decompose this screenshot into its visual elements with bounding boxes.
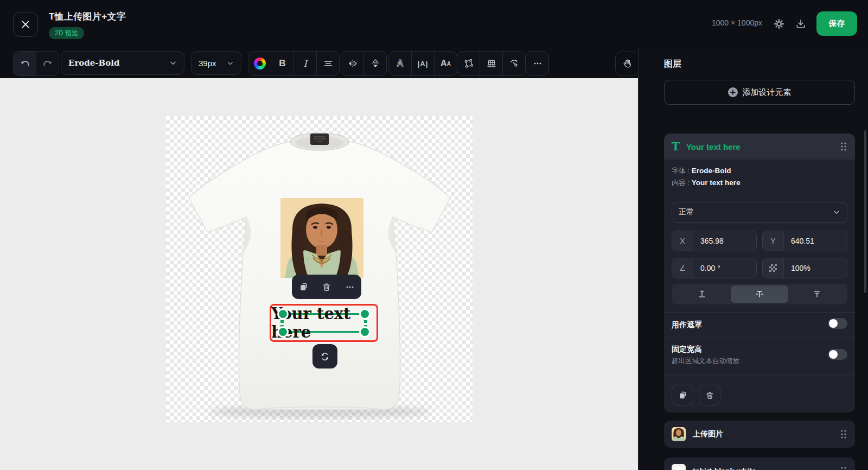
rotation-opacity-row: ∠ 0.00 ° 100% — [672, 258, 847, 278]
y-value: 640.51 — [784, 237, 814, 245]
mesh-grid-button[interactable] — [480, 52, 502, 75]
add-element-button[interactable]: 添加设计元素 — [664, 80, 855, 105]
italic-icon: I — [303, 58, 307, 69]
opacity-field[interactable]: 100% — [762, 258, 847, 278]
opacity-value: 100% — [784, 264, 810, 272]
trash-icon — [705, 390, 715, 401]
font-size-dropdown[interactable]: 39px — [191, 51, 241, 75]
content-meta-row: 内容 : Your text here — [672, 178, 847, 188]
text-align-button[interactable] — [316, 52, 339, 75]
font-family-dropdown[interactable]: Erode-Bold — [61, 51, 184, 75]
top-bar: T恤上传图片+文字 2D 预览 1000 × 1000px 保存 — [0, 0, 868, 48]
y-label: Y — [763, 231, 784, 251]
design-stage[interactable]: Your text here — [166, 116, 473, 422]
history-group — [13, 51, 59, 76]
close-button[interactable] — [13, 12, 38, 37]
flip-vertical-icon — [370, 58, 381, 69]
resize-handle-top-left[interactable] — [277, 308, 289, 320]
text-element-selection[interactable]: Your text here — [270, 304, 378, 342]
document-title: T恤上传图片+文字 — [49, 10, 126, 23]
ellipsis-icon — [344, 282, 355, 293]
font-label: 字体 : — [672, 167, 690, 175]
text-layer-card: T Your text here 字体 : Erode-Bold 内容 : Yo… — [664, 134, 855, 412]
duplicate-icon — [677, 390, 688, 401]
warp-button[interactable] — [457, 52, 480, 75]
rotate-button[interactable] — [312, 344, 337, 369]
image-layer-row[interactable]: 上传图片 — [664, 421, 855, 448]
download-button[interactable] — [794, 17, 807, 30]
uploaded-photo-layer[interactable] — [280, 198, 363, 278]
text-layer-header[interactable]: T Your text here — [664, 134, 855, 160]
path-edit-icon — [509, 58, 520, 69]
x-position-field[interactable]: X 365.98 — [672, 231, 757, 251]
bold-icon: B — [279, 58, 285, 69]
pan-tool-button[interactable] — [615, 52, 639, 75]
undo-button[interactable] — [14, 52, 36, 75]
y-position-field[interactable]: Y 640.51 — [762, 231, 847, 251]
text-case-button[interactable]: AA — [434, 52, 457, 75]
content-label: 内容 : — [672, 179, 690, 187]
close-icon — [21, 20, 30, 29]
resize-handle-top-right[interactable] — [359, 308, 371, 320]
duplicate-layer-button[interactable] — [672, 385, 693, 405]
title-block: T恤上传图片+文字 2D 预览 — [49, 10, 126, 39]
text-effect-group: A |A| AA — [388, 51, 457, 76]
image-layer-name: 上传图片 — [693, 429, 833, 439]
opacity-icon-cell — [763, 258, 784, 278]
design-editor-app: T恤上传图片+文字 2D 预览 1000 × 1000px 保存 — [0, 0, 868, 470]
text-stroke-button[interactable]: A — [389, 52, 411, 75]
shirt-layer-card[interactable]: tshirt-blank-white — [664, 458, 855, 470]
more-tools-group — [526, 51, 549, 76]
align-bottom-icon — [697, 289, 707, 300]
resize-handle-bottom-left[interactable] — [277, 326, 289, 338]
panel-scrollbar[interactable] — [864, 130, 866, 293]
content-value: Your text here — [692, 179, 741, 187]
preview-mode-badge[interactable]: 2D 预览 — [49, 27, 84, 39]
position-row: X 365.98 Y 640.51 — [672, 231, 847, 251]
more-options-button[interactable] — [342, 279, 358, 295]
drag-handle-icon[interactable] — [840, 466, 847, 470]
drag-handle-icon[interactable] — [840, 142, 847, 151]
italic-button[interactable]: I — [293, 52, 316, 75]
more-tools-button[interactable] — [526, 52, 548, 75]
delete-button[interactable] — [318, 279, 335, 295]
rotation-value: 0.00 ° — [693, 264, 720, 272]
mesh-grid-icon — [486, 58, 497, 69]
redo-button[interactable] — [36, 52, 59, 75]
undo-icon — [19, 58, 31, 69]
layers-panel: 图层 添加设计元素 T Your text here 字体 : Erode-Bo… — [638, 48, 868, 470]
angle-icon: ∠ — [672, 258, 693, 278]
add-element-label: 添加设计元素 — [743, 87, 792, 98]
shirt-layer-row[interactable]: tshirt-blank-white — [664, 458, 855, 470]
save-button[interactable]: 保存 — [816, 11, 857, 36]
blend-mode-value: 正常 — [679, 207, 694, 217]
text-case-icon-small: A — [447, 61, 451, 67]
fixed-size-label: 固定宽高 — [672, 345, 702, 354]
delete-layer-button[interactable] — [699, 385, 720, 405]
flip-horizontal-button[interactable] — [341, 52, 363, 75]
transform-group — [457, 51, 526, 76]
letter-spacing-button[interactable]: |A| — [411, 52, 434, 75]
settings-button[interactable] — [773, 17, 786, 30]
bold-button[interactable]: B — [271, 52, 293, 75]
flip-vertical-button[interactable] — [363, 52, 386, 75]
blend-mode-dropdown[interactable]: 正常 — [672, 202, 847, 223]
fixed-size-toggle[interactable] — [828, 349, 847, 360]
mask-toggle[interactable] — [828, 318, 847, 329]
drag-handle-icon[interactable] — [840, 429, 847, 439]
image-layer-card[interactable]: 上传图片 — [664, 421, 855, 448]
canvas-area[interactable]: Your text here — [0, 78, 638, 470]
align-center-icon — [323, 58, 334, 69]
rotation-field[interactable]: ∠ 0.00 ° — [672, 258, 757, 278]
font-value: Erode-Bold — [692, 167, 731, 175]
align-top-button[interactable] — [788, 285, 846, 303]
chevron-down-icon — [227, 60, 234, 67]
path-edit-button[interactable] — [502, 52, 525, 75]
text-color-button[interactable] — [248, 52, 271, 75]
align-middle-button[interactable] — [731, 285, 788, 303]
align-bottom-button[interactable] — [673, 285, 731, 303]
resize-handle-bottom-right[interactable] — [359, 326, 371, 338]
canvas-size-label: 1000 × 1000px — [712, 18, 762, 27]
hand-icon — [622, 58, 633, 69]
duplicate-button[interactable] — [295, 279, 311, 295]
